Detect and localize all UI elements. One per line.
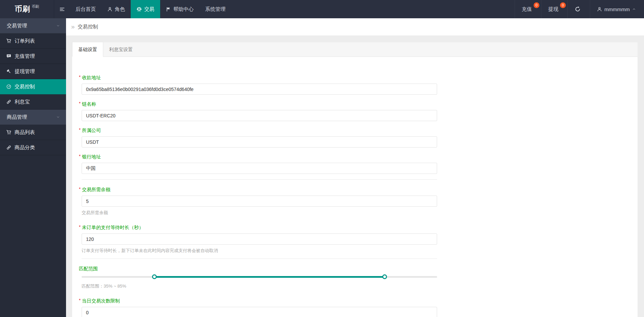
gauge-icon xyxy=(6,84,12,89)
refresh-icon xyxy=(575,6,581,12)
slider-fill xyxy=(154,276,384,278)
withdraw-button[interactable]: 提现 0 xyxy=(541,0,567,18)
nav-item-0[interactable]: 后台首页 xyxy=(70,0,102,18)
form-field-2: *所属公司 xyxy=(82,128,638,148)
field-label: *未订单的支付等待时长（秒） xyxy=(79,225,638,230)
field-help-text: 交易所需余额 xyxy=(82,210,638,215)
recharge-label: 充值 xyxy=(522,6,532,13)
form-field-3: *银行地址 xyxy=(82,154,638,174)
link-icon xyxy=(6,145,12,150)
field-input-4[interactable] xyxy=(82,196,437,207)
withdraw-badge: 0 xyxy=(560,2,566,8)
range-slider[interactable] xyxy=(82,273,437,280)
tab-0[interactable]: 基础设置 xyxy=(72,42,103,57)
sidebar-group-label: 交易管理 xyxy=(7,23,27,29)
sidebar-group-label: 商品管理 xyxy=(7,114,27,120)
tab-1[interactable]: 利息宝设置 xyxy=(103,42,138,56)
hamburger-icon xyxy=(59,7,65,12)
form-divider xyxy=(82,179,437,180)
slider-track[interactable] xyxy=(82,276,437,278)
field-label: *当日交易次数限制 xyxy=(79,298,638,303)
recharge-button[interactable]: 充值 0 xyxy=(515,0,541,18)
field-label: *银行地址 xyxy=(79,154,638,159)
sidebar-item-label: 商品列表 xyxy=(15,129,35,136)
required-asterisk: * xyxy=(79,225,81,229)
sidebar-item-1[interactable]: 订单列表 xyxy=(0,33,66,49)
sidebar-item-5[interactable]: 利息宝 xyxy=(0,94,66,110)
sidebar-item-8[interactable]: 商品分类 xyxy=(0,140,66,155)
topbar: 币刷 币刷 后台首页角色交易帮助中心系统管理 充值 0 提现 0 mmmmmm xyxy=(0,0,644,18)
sidebar-item-label: 订单列表 xyxy=(15,38,35,44)
collapse-sidebar-button[interactable] xyxy=(54,0,70,18)
chevron-down-icon xyxy=(56,116,60,118)
sidebar: 交易管理订单列表充值管理提现管理交易控制利息宝商品管理商品列表商品分类 xyxy=(0,18,66,317)
field-input-7[interactable] xyxy=(82,307,437,317)
field-help-text: 订单支付等待时长，新下订单未在此时间内容完成支付将会被自动取消 xyxy=(82,248,638,253)
field-input-5[interactable] xyxy=(82,233,437,245)
field-label-text: 收款地址 xyxy=(82,75,101,80)
main-area: » 交易控制 基础设置利息宝设置 *收款地址*链名称*所属公司*银行地址*交易所… xyxy=(66,18,644,317)
required-asterisk: * xyxy=(79,128,81,132)
nav-item-1[interactable]: 角色 xyxy=(102,0,131,18)
breadcrumb-icon: » xyxy=(71,23,75,30)
recharge-badge: 0 xyxy=(534,2,539,8)
field-label-text: 链名称 xyxy=(82,101,96,107)
sidebar-group-0[interactable]: 交易管理 xyxy=(0,18,66,33)
refresh-button[interactable] xyxy=(567,0,590,18)
field-label: *收款地址 xyxy=(79,75,638,80)
field-label: *链名称 xyxy=(79,101,638,107)
sidebar-item-label: 商品分类 xyxy=(15,144,35,151)
slider-handle-min[interactable] xyxy=(152,274,157,279)
field-input-0[interactable] xyxy=(82,84,437,95)
field-label-text: 当日交易次数限制 xyxy=(82,298,120,303)
sidebar-item-label: 充值管理 xyxy=(15,53,35,60)
field-label: 匹配范围 xyxy=(79,266,638,271)
form-field-7: *当日交易次数限制当日交易次数限制 xyxy=(82,298,638,317)
field-input-2[interactable] xyxy=(82,136,437,148)
nav-item-label: 系统管理 xyxy=(205,6,226,13)
nav-item-label: 后台首页 xyxy=(76,6,96,13)
nav-item-label: 帮助中心 xyxy=(173,6,194,13)
sidebar-item-3[interactable]: 提现管理 xyxy=(0,64,66,79)
field-label-text: 未订单的支付等待时长（秒） xyxy=(82,225,144,230)
required-asterisk: * xyxy=(79,298,81,303)
username: mmmmmm xyxy=(604,6,630,12)
sidebar-item-label: 利息宝 xyxy=(15,99,30,105)
withdraw-label: 提现 xyxy=(548,6,558,13)
field-label: *所属公司 xyxy=(79,128,638,133)
nav-item-4[interactable]: 系统管理 xyxy=(199,0,231,18)
cart-icon xyxy=(6,130,12,135)
field-label-text: 交易所需余额 xyxy=(82,187,110,192)
slider-handle-max[interactable] xyxy=(382,274,387,279)
tab-bar: 基础设置利息宝设置 xyxy=(72,42,638,57)
field-help-text: 匹配范围：35% ~ 85% xyxy=(82,284,638,289)
user-icon xyxy=(597,7,602,12)
content: 基础设置利息宝设置 *收款地址*链名称*所属公司*银行地址*交易所需余额交易所需… xyxy=(66,36,644,317)
sidebar-item-label: 提现管理 xyxy=(15,68,35,75)
nav-item-3[interactable]: 帮助中心 xyxy=(160,0,199,18)
sidebar-group-6[interactable]: 商品管理 xyxy=(0,110,66,125)
sidebar-item-7[interactable]: 商品列表 xyxy=(0,125,66,140)
gavel-icon xyxy=(6,69,12,74)
app-logo-subtitle: 币刷 xyxy=(32,4,39,9)
cart-icon xyxy=(6,38,12,44)
user-icon xyxy=(107,7,112,12)
required-asterisk: * xyxy=(79,101,81,106)
required-asterisk: * xyxy=(79,154,81,159)
scales-icon xyxy=(136,6,142,12)
nav-item-label: 交易 xyxy=(144,6,154,13)
breadcrumb: » 交易控制 xyxy=(66,18,644,36)
field-input-3[interactable] xyxy=(82,163,437,174)
app-logo-title: 币刷 xyxy=(15,4,30,14)
nav-item-2[interactable]: 交易 xyxy=(131,0,160,18)
link-icon xyxy=(6,99,12,105)
sidebar-item-2[interactable]: 充值管理 xyxy=(0,49,66,64)
user-menu[interactable]: mmmmmm xyxy=(590,0,644,18)
flag-icon xyxy=(166,7,171,12)
sidebar-item-label: 交易控制 xyxy=(15,84,35,90)
sidebar-item-4[interactable]: 交易控制 xyxy=(0,79,66,94)
app-logo[interactable]: 币刷 币刷 xyxy=(0,0,54,18)
form-field-4: *交易所需余额交易所需余额 xyxy=(82,187,638,215)
field-input-1[interactable] xyxy=(82,110,437,121)
settings-form: *收款地址*链名称*所属公司*银行地址*交易所需余额交易所需余额*未订单的支付等… xyxy=(72,57,638,317)
